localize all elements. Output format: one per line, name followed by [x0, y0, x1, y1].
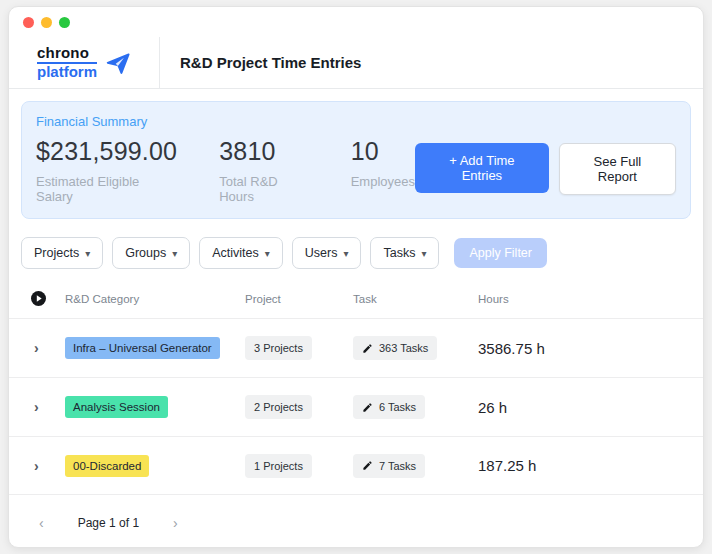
table-row: › Analysis Session 2 Projects 6 Tasks 26…	[9, 377, 703, 436]
pencil-icon	[362, 343, 373, 354]
activities-filter-dropdown[interactable]: Activites ▾	[199, 237, 283, 269]
chevron-down-icon: ▾	[343, 248, 348, 259]
groups-filter-dropdown[interactable]: Groups ▾	[112, 237, 190, 269]
hours-value: 187.25 h	[478, 457, 703, 474]
app-header: chrono platform R&D Project Time Entries	[9, 37, 703, 89]
app-window: chrono platform R&D Project Time Entries…	[8, 6, 704, 548]
table-header-row: R&D Category Project Task Hours	[9, 291, 703, 318]
titlebar	[9, 7, 703, 37]
apply-filter-button[interactable]: Apply Filter	[454, 238, 547, 268]
chevron-down-icon: ▾	[85, 248, 90, 259]
tasks-badge[interactable]: 363 Tasks	[353, 336, 437, 360]
table-row: › 00-Discarded 1 Projects 7 Tasks 187.25…	[9, 436, 703, 495]
projects-badge: 1 Projects	[245, 454, 312, 478]
pagination: ‹ Page 1 of 1 ›	[9, 495, 703, 531]
stat-value: 3810	[219, 137, 308, 166]
page-title: R&D Project Time Entries	[160, 37, 361, 88]
stat-value: 10	[351, 137, 415, 166]
hours-value: 3586.75 h	[478, 340, 703, 357]
stat-label: Estimated Eligible Salary	[36, 174, 177, 204]
column-header-task: Task	[353, 293, 478, 305]
add-time-entries-button[interactable]: + Add Time Entries	[415, 143, 549, 193]
rd-category-table: R&D Category Project Task Hours › Infra …	[9, 291, 703, 495]
pencil-icon	[362, 460, 373, 471]
play-icon	[31, 291, 46, 306]
paper-plane-icon	[105, 50, 131, 76]
table-row: › Infra – Universal Generator 3 Projects…	[9, 318, 703, 377]
tasks-filter-dropdown[interactable]: Tasks ▾	[370, 237, 439, 269]
projects-filter-dropdown[interactable]: Projects ▾	[21, 237, 103, 269]
projects-badge: 2 Projects	[245, 395, 312, 419]
expand-row-chevron-icon[interactable]: ›	[31, 340, 65, 356]
tasks-badge[interactable]: 6 Tasks	[353, 395, 425, 419]
chevron-down-icon: ▾	[265, 248, 270, 259]
pencil-icon	[362, 402, 373, 413]
stat-employees: 10 Employees	[351, 137, 415, 204]
minimize-window-button[interactable]	[41, 17, 52, 28]
stat-value: $231,599.00	[36, 137, 177, 166]
page-indicator: Page 1 of 1	[78, 516, 139, 530]
stat-eligible-salary: $231,599.00 Estimated Eligible Salary	[36, 137, 177, 204]
logo-text-platform: platform	[37, 64, 97, 80]
chevron-down-icon: ▾	[421, 248, 426, 259]
tasks-badge-label: 6 Tasks	[379, 401, 416, 413]
tasks-badge[interactable]: 7 Tasks	[353, 454, 425, 478]
expand-row-chevron-icon[interactable]: ›	[31, 458, 65, 474]
users-filter-dropdown[interactable]: Users ▾	[292, 237, 362, 269]
hours-value: 26 h	[478, 399, 703, 416]
financial-summary-panel: Financial Summary $231,599.00 Estimated …	[21, 101, 691, 219]
logo-text-chrono: chrono	[37, 45, 97, 64]
stat-label: Total R&D Hours	[219, 174, 308, 204]
previous-page-button[interactable]: ‹	[39, 515, 44, 531]
close-window-button[interactable]	[23, 17, 34, 28]
tasks-badge-label: 7 Tasks	[379, 460, 416, 472]
stat-total-rd-hours: 3810 Total R&D Hours	[219, 137, 308, 204]
column-header-hours: Hours	[478, 293, 703, 305]
column-header-category: R&D Category	[65, 293, 245, 305]
chrono-logo: chrono platform	[9, 37, 159, 88]
stat-label: Employees	[351, 174, 415, 189]
tasks-badge-label: 363 Tasks	[379, 342, 428, 354]
projects-badge: 3 Projects	[245, 336, 312, 360]
maximize-window-button[interactable]	[59, 17, 70, 28]
see-full-report-button[interactable]: See Full Report	[559, 143, 676, 195]
expand-row-chevron-icon[interactable]: ›	[31, 399, 65, 415]
financial-summary-title: Financial Summary	[36, 114, 676, 129]
next-page-button[interactable]: ›	[173, 515, 178, 531]
category-pill: 00-Discarded	[65, 455, 149, 477]
column-header-project: Project	[245, 293, 353, 305]
chevron-down-icon: ▾	[172, 248, 177, 259]
category-pill: Analysis Session	[65, 396, 168, 418]
filter-bar: Projects ▾ Groups ▾ Activites ▾ Users ▾ …	[21, 237, 691, 269]
category-pill: Infra – Universal Generator	[65, 337, 220, 359]
